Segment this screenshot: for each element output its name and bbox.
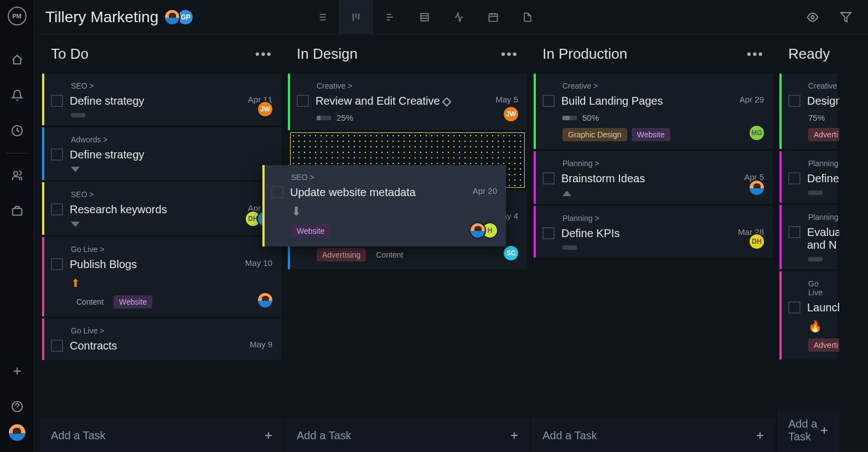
home-icon[interactable]: [6, 49, 28, 71]
board-view-icon[interactable]: [339, 0, 373, 34]
gantt-view-icon[interactable]: [373, 0, 407, 34]
list-view-icon[interactable]: [304, 0, 339, 34]
projects-icon[interactable]: [6, 200, 28, 222]
task-checkbox[interactable]: [51, 340, 63, 352]
add-task-label: Add a Task: [542, 429, 597, 442]
task-card[interactable]: Planning >Define KPIsMar 28DH: [534, 206, 773, 258]
progress-percent: 75%: [808, 113, 825, 122]
user-avatar[interactable]: [9, 424, 25, 441]
expand-icon[interactable]: [71, 167, 80, 172]
task-title: Design: [807, 95, 839, 107]
add-task-button[interactable]: Add a Task+: [286, 419, 529, 452]
task-checkbox[interactable]: [271, 186, 283, 198]
task-card[interactable]: SEO >Define strategyApr 11JW: [42, 74, 281, 125]
add-task-label: Add a Task: [51, 429, 106, 442]
tag[interactable]: Website: [632, 128, 670, 141]
assignee-avatar[interactable]: DH: [748, 233, 765, 250]
task-checkbox[interactable]: [788, 301, 800, 314]
project-members[interactable]: GP: [167, 9, 194, 25]
add-task-button[interactable]: Add a Task+: [40, 419, 283, 452]
task-date: Apr 29: [740, 95, 764, 104]
add-task-button[interactable]: Add a Task+: [531, 419, 775, 452]
add-task-label: Add a Task: [788, 418, 820, 443]
tag[interactable]: Graphic Design: [562, 128, 627, 141]
assignee-avatar[interactable]: [748, 179, 765, 196]
task-card[interactable]: SEO >Research keywordsApr 13DHP: [42, 182, 281, 235]
card-category: Go Live >: [71, 326, 272, 335]
assignee-avatar[interactable]: JW: [503, 106, 519, 122]
recent-icon[interactable]: [6, 120, 28, 142]
card-category: Go Live: [808, 279, 828, 297]
task-checkbox[interactable]: [51, 148, 63, 161]
team-icon[interactable]: [6, 165, 28, 187]
add-icon[interactable]: [6, 360, 28, 382]
tag-website[interactable]: Website: [291, 224, 330, 238]
add-task-label: Add a Task: [297, 429, 352, 442]
task-card[interactable]: Go LiveLaunch🔥Adverti: [779, 271, 837, 359]
member-avatar[interactable]: [164, 9, 180, 25]
task-checkbox[interactable]: [297, 95, 309, 107]
task-card[interactable]: Planning >Brainstorm IdeasApr 5: [534, 151, 773, 204]
kanban-column: ReadyCreativeDesign75%AdvertiPlanningDef…: [777, 34, 839, 452]
task-checkbox[interactable]: [51, 95, 63, 107]
task-checkbox[interactable]: [788, 95, 800, 107]
calendar-view-icon[interactable]: [476, 0, 510, 34]
tag[interactable]: Advertising: [317, 248, 366, 261]
column-menu-icon[interactable]: •••: [255, 47, 272, 62]
task-card[interactable]: PlanningEvaluate and N: [779, 205, 837, 269]
assignee-avatar[interactable]: [469, 222, 486, 239]
help-icon[interactable]: [6, 396, 28, 418]
expand-icon[interactable]: [71, 222, 80, 227]
task-card[interactable]: Go Live >Publish BlogsMay 10⬆ContentWebs…: [42, 237, 281, 316]
tag[interactable]: Adverti: [808, 128, 839, 141]
task-checkbox[interactable]: [542, 95, 555, 107]
task-card[interactable]: Go Live >ContractsMay 9: [42, 319, 281, 360]
task-checkbox[interactable]: [51, 203, 63, 215]
svg-point-1: [13, 172, 17, 176]
assignee-avatar[interactable]: [257, 292, 273, 309]
task-date: Apr 20: [473, 186, 497, 196]
task-title: Launch: [807, 301, 839, 314]
tag[interactable]: Content: [71, 295, 109, 309]
table-view-icon[interactable]: [407, 0, 442, 34]
collapse-icon[interactable]: [562, 191, 571, 196]
dragging-task-card[interactable]: SEO > Update website metadata Apr 20 ⬇ W…: [262, 165, 506, 246]
visibility-icon[interactable]: [802, 6, 824, 28]
column-menu-icon[interactable]: •••: [501, 47, 518, 62]
files-view-icon[interactable]: [510, 0, 545, 34]
assignee-avatar[interactable]: SC: [503, 245, 519, 261]
kanban-board: To Do•••SEO >Define strategyApr 11JWAdwo…: [34, 34, 868, 452]
header: Tillery Marketing GP: [34, 0, 868, 34]
progress-bar: [317, 116, 331, 120]
assignee-avatar[interactable]: JW: [257, 101, 273, 117]
tag[interactable]: Website: [113, 295, 152, 309]
task-checkbox[interactable]: [788, 172, 800, 184]
tag[interactable]: Content: [370, 248, 409, 261]
app-logo[interactable]: PM: [8, 7, 27, 25]
card-category: Creative >: [317, 81, 518, 90]
kanban-column: To Do•••SEO >Define strategyApr 11JWAdwo…: [40, 34, 283, 452]
notifications-icon[interactable]: [6, 84, 28, 106]
task-card[interactable]: Creative >Review and Edit CreativeMay 52…: [288, 74, 527, 130]
activity-view-icon[interactable]: [442, 0, 476, 34]
add-task-button[interactable]: Add a Task+: [777, 409, 839, 452]
task-card[interactable]: Adwords >Define strategy: [42, 127, 281, 180]
task-checkbox[interactable]: [788, 226, 800, 238]
task-title: Research keywords: [70, 203, 248, 216]
tag[interactable]: Adverti: [808, 338, 839, 352]
task-card[interactable]: PlanningDefine: [779, 151, 837, 203]
filter-icon[interactable]: [835, 6, 857, 28]
assignee-avatar[interactable]: MG: [748, 125, 765, 141]
task-card[interactable]: Creative >Build Landing PagesApr 2950%Gr…: [534, 74, 773, 149]
priority-high-icon: ⬆: [71, 276, 80, 290]
plus-icon: +: [820, 423, 828, 438]
task-card[interactable]: CreativeDesign75%Adverti: [779, 74, 837, 149]
task-title: Define strategy: [70, 148, 272, 161]
task-checkbox[interactable]: [542, 227, 555, 239]
task-checkbox[interactable]: [51, 258, 63, 270]
task-checkbox[interactable]: [542, 172, 555, 184]
task-title: Build Landing Pages: [561, 95, 740, 107]
card-category: SEO >: [71, 190, 272, 199]
task-title: Define strategy: [70, 95, 248, 107]
column-menu-icon[interactable]: •••: [747, 47, 764, 62]
